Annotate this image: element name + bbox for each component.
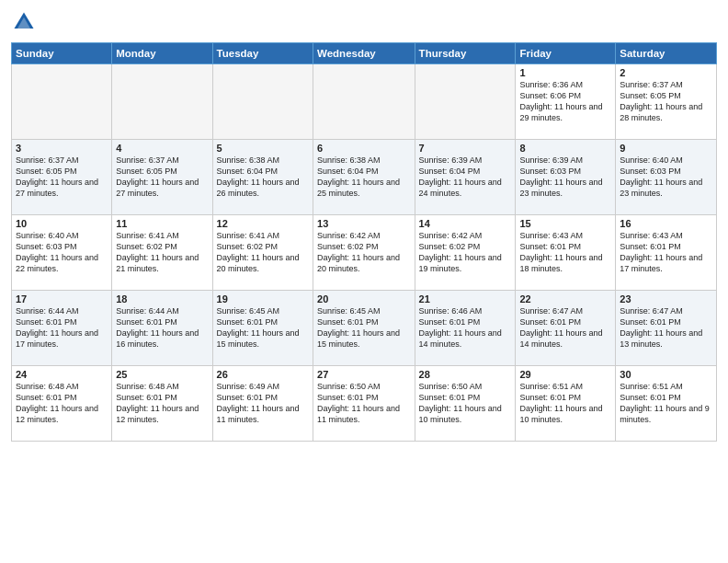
- day-number: 17: [16, 293, 108, 304]
- logo-icon: [11, 9, 37, 35]
- calendar-day-cell: 21Sunrise: 6:46 AM Sunset: 6:01 PM Dayli…: [415, 291, 516, 366]
- day-info: Sunrise: 6:38 AM Sunset: 6:04 PM Dayligh…: [217, 155, 309, 200]
- calendar-day-cell: 15Sunrise: 6:43 AM Sunset: 6:01 PM Dayli…: [516, 215, 616, 291]
- calendar-day-cell: 17Sunrise: 6:44 AM Sunset: 6:01 PM Dayli…: [12, 291, 112, 366]
- calendar-header-monday: Monday: [112, 43, 212, 64]
- calendar-week-row: 3Sunrise: 6:37 AM Sunset: 6:05 PM Daylig…: [12, 140, 717, 215]
- calendar-day-cell: 22Sunrise: 6:47 AM Sunset: 6:01 PM Dayli…: [516, 291, 616, 366]
- calendar-week-row: 24Sunrise: 6:48 AM Sunset: 6:01 PM Dayli…: [12, 366, 717, 442]
- day-info: Sunrise: 6:42 AM Sunset: 6:02 PM Dayligh…: [419, 230, 512, 275]
- day-number: 16: [620, 218, 712, 229]
- calendar-day-cell: 11Sunrise: 6:41 AM Sunset: 6:02 PM Dayli…: [112, 215, 212, 291]
- day-info: Sunrise: 6:45 AM Sunset: 6:01 PM Dayligh…: [217, 305, 309, 350]
- calendar-day-cell: 12Sunrise: 6:41 AM Sunset: 6:02 PM Dayli…: [212, 215, 313, 291]
- day-number: 27: [317, 369, 411, 380]
- day-number: 4: [116, 143, 208, 154]
- calendar-day-cell: 23Sunrise: 6:47 AM Sunset: 6:01 PM Dayli…: [616, 291, 717, 366]
- calendar-header-thursday: Thursday: [415, 43, 516, 64]
- day-info: Sunrise: 6:39 AM Sunset: 6:04 PM Dayligh…: [419, 155, 512, 200]
- day-number: 29: [519, 369, 611, 380]
- day-info: Sunrise: 6:37 AM Sunset: 6:05 PM Dayligh…: [116, 155, 208, 200]
- calendar-day-cell: 26Sunrise: 6:49 AM Sunset: 6:01 PM Dayli…: [212, 366, 313, 442]
- day-number: 7: [419, 143, 512, 154]
- calendar-day-cell: 18Sunrise: 6:44 AM Sunset: 6:01 PM Dayli…: [112, 291, 212, 366]
- calendar-day-cell: 4Sunrise: 6:37 AM Sunset: 6:05 PM Daylig…: [112, 140, 212, 215]
- day-info: Sunrise: 6:40 AM Sunset: 6:03 PM Dayligh…: [16, 230, 108, 275]
- day-info: Sunrise: 6:49 AM Sunset: 6:01 PM Dayligh…: [217, 381, 309, 426]
- day-number: 30: [620, 369, 712, 380]
- logo: [11, 9, 40, 35]
- calendar-day-cell: [212, 64, 313, 140]
- day-number: 19: [217, 293, 309, 304]
- day-info: Sunrise: 6:36 AM Sunset: 6:06 PM Dayligh…: [519, 79, 611, 124]
- day-number: 1: [519, 67, 611, 78]
- calendar-day-cell: 3Sunrise: 6:37 AM Sunset: 6:05 PM Daylig…: [12, 140, 112, 215]
- day-info: Sunrise: 6:37 AM Sunset: 6:05 PM Dayligh…: [16, 155, 108, 200]
- calendar-day-cell: 27Sunrise: 6:50 AM Sunset: 6:01 PM Dayli…: [313, 366, 415, 442]
- day-info: Sunrise: 6:51 AM Sunset: 6:01 PM Dayligh…: [519, 381, 611, 426]
- calendar-header-saturday: Saturday: [616, 43, 717, 64]
- page-container: SundayMondayTuesdayWednesdayThursdayFrid…: [0, 0, 728, 447]
- day-info: Sunrise: 6:39 AM Sunset: 6:03 PM Dayligh…: [519, 155, 611, 200]
- day-number: 6: [317, 143, 411, 154]
- calendar-header-row: SundayMondayTuesdayWednesdayThursdayFrid…: [12, 43, 717, 64]
- calendar-day-cell: 9Sunrise: 6:40 AM Sunset: 6:03 PM Daylig…: [616, 140, 717, 215]
- day-info: Sunrise: 6:37 AM Sunset: 6:05 PM Dayligh…: [620, 79, 712, 124]
- day-number: 15: [519, 218, 611, 229]
- calendar-day-cell: [112, 64, 212, 140]
- calendar-day-cell: 6Sunrise: 6:38 AM Sunset: 6:04 PM Daylig…: [313, 140, 415, 215]
- day-number: 2: [620, 67, 712, 78]
- day-info: Sunrise: 6:44 AM Sunset: 6:01 PM Dayligh…: [116, 305, 208, 350]
- day-info: Sunrise: 6:43 AM Sunset: 6:01 PM Dayligh…: [519, 230, 611, 275]
- calendar-day-cell: 14Sunrise: 6:42 AM Sunset: 6:02 PM Dayli…: [415, 215, 516, 291]
- calendar-header-wednesday: Wednesday: [313, 43, 415, 64]
- calendar-header-tuesday: Tuesday: [212, 43, 313, 64]
- calendar-day-cell: [415, 64, 516, 140]
- day-number: 18: [116, 293, 208, 304]
- day-info: Sunrise: 6:43 AM Sunset: 6:01 PM Dayligh…: [620, 230, 712, 275]
- day-info: Sunrise: 6:47 AM Sunset: 6:01 PM Dayligh…: [519, 305, 611, 350]
- calendar-day-cell: 29Sunrise: 6:51 AM Sunset: 6:01 PM Dayli…: [516, 366, 616, 442]
- calendar-day-cell: 20Sunrise: 6:45 AM Sunset: 6:01 PM Dayli…: [313, 291, 415, 366]
- calendar-day-cell: 2Sunrise: 6:37 AM Sunset: 6:05 PM Daylig…: [616, 64, 717, 140]
- calendar-day-cell: 19Sunrise: 6:45 AM Sunset: 6:01 PM Dayli…: [212, 291, 313, 366]
- calendar-day-cell: [313, 64, 415, 140]
- day-number: 21: [419, 293, 512, 304]
- day-info: Sunrise: 6:50 AM Sunset: 6:01 PM Dayligh…: [317, 381, 411, 426]
- calendar-day-cell: 10Sunrise: 6:40 AM Sunset: 6:03 PM Dayli…: [12, 215, 112, 291]
- calendar-day-cell: 16Sunrise: 6:43 AM Sunset: 6:01 PM Dayli…: [616, 215, 717, 291]
- day-number: 3: [16, 143, 108, 154]
- day-number: 11: [116, 218, 208, 229]
- calendar-day-cell: 7Sunrise: 6:39 AM Sunset: 6:04 PM Daylig…: [415, 140, 516, 215]
- day-info: Sunrise: 6:38 AM Sunset: 6:04 PM Dayligh…: [317, 155, 411, 200]
- day-number: 20: [317, 293, 411, 304]
- calendar-day-cell: 28Sunrise: 6:50 AM Sunset: 6:01 PM Dayli…: [415, 366, 516, 442]
- day-info: Sunrise: 6:48 AM Sunset: 6:01 PM Dayligh…: [16, 381, 108, 426]
- day-number: 24: [16, 369, 108, 380]
- day-number: 10: [16, 218, 108, 229]
- calendar-day-cell: [12, 64, 112, 140]
- calendar-week-row: 10Sunrise: 6:40 AM Sunset: 6:03 PM Dayli…: [12, 215, 717, 291]
- day-info: Sunrise: 6:42 AM Sunset: 6:02 PM Dayligh…: [317, 230, 411, 275]
- day-number: 26: [217, 369, 309, 380]
- day-info: Sunrise: 6:50 AM Sunset: 6:01 PM Dayligh…: [419, 381, 512, 426]
- calendar-day-cell: 13Sunrise: 6:42 AM Sunset: 6:02 PM Dayli…: [313, 215, 415, 291]
- day-info: Sunrise: 6:48 AM Sunset: 6:01 PM Dayligh…: [116, 381, 208, 426]
- calendar-header-friday: Friday: [516, 43, 616, 64]
- day-info: Sunrise: 6:51 AM Sunset: 6:01 PM Dayligh…: [620, 381, 712, 426]
- day-info: Sunrise: 6:40 AM Sunset: 6:03 PM Dayligh…: [620, 155, 712, 200]
- day-number: 14: [419, 218, 512, 229]
- day-info: Sunrise: 6:47 AM Sunset: 6:01 PM Dayligh…: [620, 305, 712, 350]
- calendar-day-cell: 8Sunrise: 6:39 AM Sunset: 6:03 PM Daylig…: [516, 140, 616, 215]
- day-info: Sunrise: 6:44 AM Sunset: 6:01 PM Dayligh…: [16, 305, 108, 350]
- calendar-day-cell: 30Sunrise: 6:51 AM Sunset: 6:01 PM Dayli…: [616, 366, 717, 442]
- calendar-week-row: 1Sunrise: 6:36 AM Sunset: 6:06 PM Daylig…: [12, 64, 717, 140]
- day-number: 25: [116, 369, 208, 380]
- day-info: Sunrise: 6:46 AM Sunset: 6:01 PM Dayligh…: [419, 305, 512, 350]
- calendar-day-cell: 24Sunrise: 6:48 AM Sunset: 6:01 PM Dayli…: [12, 366, 112, 442]
- calendar-day-cell: 5Sunrise: 6:38 AM Sunset: 6:04 PM Daylig…: [212, 140, 313, 215]
- calendar-header-sunday: Sunday: [12, 43, 112, 64]
- calendar-table: SundayMondayTuesdayWednesdayThursdayFrid…: [11, 42, 717, 442]
- day-number: 5: [217, 143, 309, 154]
- day-number: 23: [620, 293, 712, 304]
